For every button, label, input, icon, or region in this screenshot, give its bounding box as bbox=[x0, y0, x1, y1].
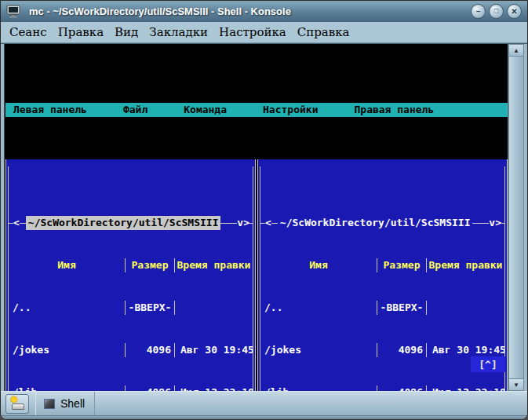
file-mtime: Авг 30 19:45 bbox=[175, 343, 253, 357]
column-header-mtime[interactable]: Время правки bbox=[427, 258, 504, 272]
file-mtime: Июл 13 22:18 bbox=[175, 385, 253, 391]
left-panel: <~/ScWorkDirectory/util/ScSMSIIIv> ИмяРа… bbox=[5, 159, 256, 391]
panel-sort-glyph: v> bbox=[237, 216, 249, 230]
window-bottom-edge bbox=[1, 415, 527, 420]
file-name: /jokes bbox=[260, 343, 377, 357]
panel-border-line bbox=[253, 166, 253, 391]
border-dash bbox=[472, 223, 489, 224]
file-row-updir[interactable]: /..-ВВЕРХ- bbox=[9, 301, 253, 315]
titlebar[interactable]: mc - ~/ScWorkDirectory/util/ScSMSIII - S… bbox=[1, 1, 527, 22]
terminal-scrollbar[interactable]: ▲ ▼ bbox=[508, 44, 524, 391]
mc-panels: <~/ScWorkDirectory/util/ScSMSIIIv> ИмяРа… bbox=[5, 159, 508, 391]
new-session-button[interactable]: ✹ bbox=[5, 394, 29, 414]
window-right-frame bbox=[524, 44, 527, 391]
column-header-mtime[interactable]: Время правки bbox=[175, 258, 253, 272]
right-column-headers: ИмяРазмерВремя правки bbox=[260, 258, 504, 272]
file-size: 4096 bbox=[126, 385, 174, 391]
file-mtime bbox=[427, 301, 504, 315]
menu-edit[interactable]: Правка bbox=[58, 25, 104, 39]
file-name: /lib bbox=[260, 385, 377, 391]
file-size: 4096 bbox=[377, 385, 426, 391]
file-name: /.. bbox=[260, 301, 377, 315]
file-row-jokes[interactable]: /jokes4096Авг 30 19:45 bbox=[9, 343, 253, 357]
column-header-name[interactable]: Имя bbox=[260, 258, 377, 272]
mc-menubar: Левая панель Файл Команда Настройки Прав… bbox=[5, 103, 508, 117]
menu-bookmarks[interactable]: Закладки bbox=[149, 25, 208, 39]
terminal-zone: Левая панель Файл Команда Настройки Прав… bbox=[1, 43, 527, 391]
menu-settings[interactable]: Настройка bbox=[219, 25, 286, 39]
new-session-star-icon: ✹ bbox=[9, 394, 19, 405]
file-row-lib[interactable]: /lib4096Июл 13 22:18 bbox=[9, 385, 253, 391]
file-mtime bbox=[175, 301, 253, 315]
konsole-monitor-icon[interactable] bbox=[6, 5, 22, 19]
mc-menu-file[interactable]: Файл bbox=[123, 103, 147, 117]
file-size: -ВВЕРХ- bbox=[126, 301, 174, 315]
scroll-position-badge: [^] bbox=[471, 356, 505, 372]
terminal[interactable]: Левая панель Файл Команда Настройки Прав… bbox=[5, 44, 508, 391]
file-size: -ВВЕРХ- bbox=[377, 301, 426, 315]
menu-view[interactable]: Вид bbox=[115, 25, 138, 39]
tab-shell[interactable]: Shell bbox=[35, 392, 95, 415]
mc-menu-right-panel[interactable]: Правая панель bbox=[354, 103, 434, 117]
scrollbar-thumb[interactable] bbox=[508, 57, 524, 378]
file-name: /lib bbox=[9, 385, 125, 391]
column-header-size[interactable]: Размер bbox=[377, 258, 426, 272]
file-row-jokes[interactable]: /jokes4096Авг 30 19:45 bbox=[260, 343, 504, 357]
column-header-size[interactable]: Размер bbox=[126, 258, 174, 272]
window-title: mc - ~/ScWorkDirectory/util/ScSMSIII - S… bbox=[29, 5, 468, 17]
file-name: /.. bbox=[9, 301, 125, 315]
right-panel: <~/ScWorkDirectory/util/ScSMSIIIv> ИмяРа… bbox=[257, 159, 508, 391]
border-dash bbox=[220, 223, 237, 224]
konsole-menubar: Сеанс Правка Вид Закладки Настройка Спра… bbox=[1, 22, 527, 43]
arrow-up-icon: ▲ bbox=[513, 47, 519, 54]
panel-border-line bbox=[8, 166, 9, 391]
menu-help[interactable]: Справка bbox=[297, 25, 350, 39]
arrow-down-icon: ▼ bbox=[513, 382, 519, 389]
left-column-headers: ИмяРазмерВремя правки bbox=[9, 258, 253, 272]
close-button[interactable]: ✕ bbox=[507, 4, 522, 19]
panel-sort-glyph: v> bbox=[489, 216, 501, 230]
mc-menu-command[interactable]: Команда bbox=[184, 103, 227, 117]
scroll-up-button[interactable]: ▲ bbox=[508, 44, 524, 57]
session-tab-bar: ✹ Shell bbox=[1, 391, 527, 415]
close-icon: ✕ bbox=[511, 7, 517, 15]
menu-session[interactable]: Сеанс bbox=[9, 25, 47, 39]
maximize-icon: □ bbox=[494, 8, 498, 15]
border-dash bbox=[20, 223, 26, 224]
left-panel-header[interactable]: <~/ScWorkDirectory/util/ScSMSIIIv> bbox=[9, 216, 253, 230]
file-mtime: Авг 30 19:45 bbox=[427, 343, 504, 357]
midnight-commander-screen: Левая панель Файл Команда Настройки Прав… bbox=[5, 46, 508, 391]
konsole-window: mc - ~/ScWorkDirectory/util/ScSMSIII - S… bbox=[0, 0, 528, 420]
file-mtime: Июл 13 22:18 bbox=[427, 385, 504, 391]
right-panel-path[interactable]: ~/ScWorkDirectory/util/ScSMSIII bbox=[278, 216, 473, 230]
file-size: 4096 bbox=[126, 343, 174, 357]
tab-shell-label: Shell bbox=[60, 397, 85, 410]
left-panel-path[interactable]: ~/ScWorkDirectory/util/ScSMSIII bbox=[26, 216, 221, 230]
maximize-button[interactable]: □ bbox=[489, 4, 504, 19]
panel-border-line bbox=[260, 166, 260, 391]
file-size: 4096 bbox=[377, 343, 426, 357]
panel-collapse-glyph: < bbox=[265, 216, 271, 230]
right-panel-header[interactable]: <~/ScWorkDirectory/util/ScSMSIIIv> bbox=[260, 216, 504, 230]
column-header-name[interactable]: Имя bbox=[9, 258, 125, 272]
mc-menu-left-panel[interactable]: Левая панель bbox=[13, 103, 87, 117]
panel-collapse-glyph: < bbox=[13, 216, 20, 230]
border-dash bbox=[271, 223, 278, 224]
mc-menu-options[interactable]: Настройки bbox=[263, 103, 318, 117]
file-row-lib[interactable]: /lib4096Июл 13 22:18 bbox=[260, 385, 504, 391]
monitor-icon-svg bbox=[6, 5, 20, 18]
file-row-updir[interactable]: /..-ВВЕРХ- bbox=[260, 301, 504, 315]
minimize-icon: – bbox=[476, 7, 481, 15]
file-name: /jokes bbox=[9, 343, 125, 357]
shell-terminal-icon bbox=[44, 399, 55, 409]
minimize-button[interactable]: – bbox=[471, 4, 486, 19]
scroll-down-button[interactable]: ▼ bbox=[508, 378, 524, 391]
